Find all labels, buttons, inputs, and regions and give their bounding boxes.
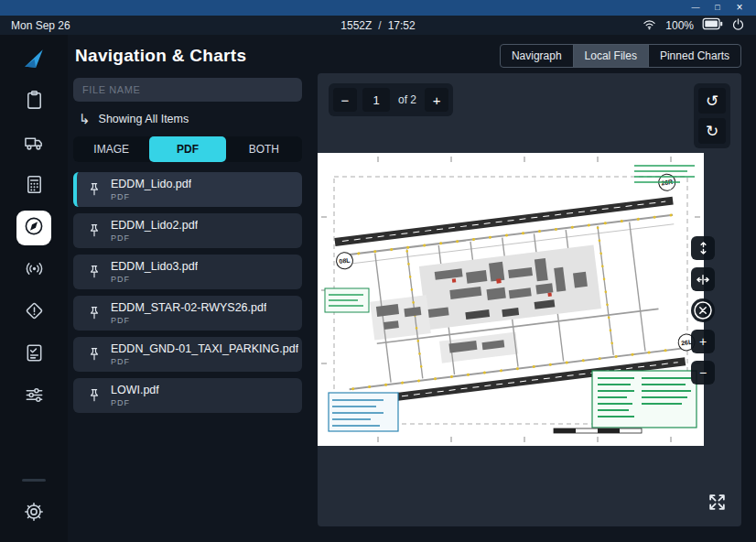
chart-viewer-area: Navigraph Local Files Pinned Charts − 1 … [311,35,756,542]
clipboard-icon [24,90,45,114]
transmitter-icon [24,258,45,283]
sidebar-item-settings[interactable] [16,496,51,531]
tab-pinned-charts[interactable]: Pinned Charts [649,45,740,67]
page-previous-button[interactable]: − [333,88,357,112]
close-viewer-button[interactable] [691,298,715,322]
file-name: EDDM_STAR-02-RWYS26.pdf [111,301,266,314]
filter-status: ↳ Showing All Items [79,112,302,125]
fullscreen-expand-icon [707,493,727,512]
file-type-badge: PDF [111,398,159,407]
rotate-cw-button[interactable]: ↻ [698,118,726,144]
fit-height-icon [697,241,710,255]
power-icon[interactable] [731,17,745,34]
window-close-button[interactable]: × [729,0,751,16]
fit-height-button[interactable] [691,236,715,260]
file-list-item[interactable]: EDDN_GND-01_TAXI_PARKING.pdfPDF [73,337,302,372]
sidebar-item-alerts[interactable] [16,295,51,330]
file-name: EDDM_Lido3.pdf [111,260,198,273]
sidebar-item-clipboard[interactable] [16,84,51,119]
caution-icon [24,300,45,325]
fit-width-icon [696,273,710,287]
gear-icon [23,501,45,526]
tab-navigraph[interactable]: Navigraph [501,45,574,67]
tab-local-files[interactable]: Local Files [574,45,649,67]
chart-info-box-frequencies [592,371,697,428]
filter-tab-image[interactable]: IMAGE [73,136,149,162]
chart-info-box-atis [329,393,398,431]
battery-icon [702,17,723,33]
window-maximize-button[interactable]: □ [707,0,729,16]
vehicle-icon [24,132,45,157]
pushpin-icon[interactable] [83,386,105,405]
file-list-item[interactable]: EDDM_Lido3.pdfPDF [73,255,302,289]
time-separator: / [378,19,381,32]
time-utc: 1552Z [340,19,372,32]
sidebar-item-settings-sliders[interactable] [16,379,51,414]
title-bar: — □ × [0,0,756,16]
pushpin-icon[interactable] [83,304,105,322]
close-circle-icon [693,300,713,320]
file-list-item[interactable]: EDDM_STAR-02-RWYS26.pdfPDF [73,296,302,331]
pushpin-icon[interactable] [83,345,105,363]
file-name: EDDM_Lido.pdf [111,178,191,190]
fullscreen-button[interactable] [701,486,732,517]
time-local: 17:52 [388,19,416,32]
nav-charts-panel: Navigation & Charts ↳ Showing All Items … [68,35,311,542]
file-type-badge: PDF [111,316,266,325]
rotate-ccw-button[interactable]: ↺ [698,88,726,114]
window-minimize-button[interactable]: — [685,0,707,16]
file-list-item[interactable]: EDDM_Lido.pdfPDF [73,172,302,207]
fit-width-button[interactable] [691,267,715,291]
sidebar-item-vehicle[interactable] [16,126,51,161]
sliders-icon [24,385,45,409]
file-list-item[interactable]: EDDM_Lido2.pdfPDF [73,213,302,248]
battery-percent: 100% [665,19,694,32]
airport-chart-canvas[interactable]: 26R 08L 26L 08R [318,153,704,446]
pdf-viewer: − 1 of 2 + ↺ ↻ [318,73,741,526]
navigation-compass-icon [23,215,45,241]
file-list: EDDM_Lido.pdfPDF EDDM_Lido2.pdfPDF EDDM_… [73,172,302,413]
file-type-badge: PDF [111,275,198,284]
file-name: EDDN_GND-01_TAXI_PARKING.pdf [111,342,298,355]
pushpin-icon[interactable] [83,263,105,281]
status-clock: 1552Z/17:52 [212,19,544,32]
chart-note-left [325,288,369,312]
file-name: LOWI.pdf [111,384,159,396]
pushpin-icon[interactable] [83,222,105,240]
page-count-label: of 2 [398,93,416,106]
branch-arrow-icon: ↳ [79,112,91,125]
airport-diagram: 26R 08L 26L 08R [318,153,704,446]
page-number-field[interactable]: 1 [362,88,390,112]
sidebar-item-transmitter[interactable] [16,253,51,287]
wifi-icon [642,17,657,33]
file-type-badge: PDF [111,192,191,201]
zoom-in-button[interactable]: + [691,330,715,353]
page-next-button[interactable]: + [425,88,448,112]
file-list-item[interactable]: LOWI.pdfPDF [73,378,302,413]
filter-tab-pdf[interactable]: PDF [149,136,225,162]
sidebar [0,35,68,542]
sidebar-item-calculator[interactable] [16,168,51,203]
sidebar-item-checklist[interactable] [16,337,51,372]
status-date: Mon Sep 26 [11,19,212,32]
app-logo-icon [22,46,46,70]
app-window: — □ × Mon Sep 26 1552Z/17:52 100% [0,0,756,542]
filter-tab-both[interactable]: BOTH [226,136,302,162]
zoom-out-button[interactable]: − [691,361,715,385]
file-name: EDDM_Lido2.pdf [111,219,198,232]
file-name-search-input[interactable] [73,78,302,102]
file-type-filter: IMAGE PDF BOTH [73,136,302,162]
page-title: Navigation & Charts [75,46,302,66]
sidebar-item-navigation[interactable] [16,211,51,245]
file-type-badge: PDF [111,233,198,243]
calculator-icon [24,174,45,199]
rotate-controls: ↺ ↻ [694,83,730,148]
chart-source-tabs: Navigraph Local Files Pinned Charts [500,44,741,68]
checklist-icon [24,342,45,367]
filter-status-label: Showing All Items [99,113,189,125]
page-controls: − 1 of 2 + [329,83,453,116]
chart-tools: + − [691,236,715,385]
pushpin-icon[interactable] [83,180,105,199]
sidebar-divider [22,479,46,482]
status-bar: Mon Sep 26 1552Z/17:52 100% [0,16,756,35]
